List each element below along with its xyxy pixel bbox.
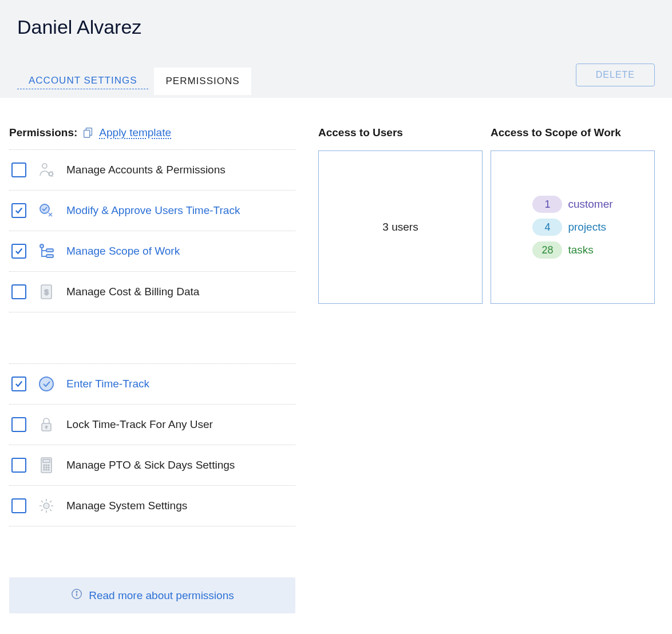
svg-point-20 [46,467,47,468]
permission-checkbox[interactable] [11,417,26,432]
permission-checkbox[interactable] [11,244,26,259]
template-icon [82,126,94,139]
permission-checkbox[interactable] [11,498,26,513]
permission-group-2: Enter Time-TrackLock Time-Track For Any … [9,363,295,526]
permission-label: Manage Accounts & Permissions [66,164,226,176]
permission-label: Modify & Approve Users Time-Track [66,204,240,217]
scope-customer-label: customer [568,198,612,211]
scope-projects-row: 4 projects [532,219,612,236]
access-scope-box[interactable]: 1 customer 4 projects 28 tasks [491,150,655,304]
permission-label: Manage PTO & Sick Days Settings [66,459,235,471]
permission-checkbox[interactable] [11,377,26,391]
page-title: Daniel Alvarez [17,16,655,38]
svg-point-19 [44,467,45,468]
scope-projects-label: projects [568,221,606,233]
svg-point-25 [44,503,49,509]
svg-point-17 [46,465,47,466]
permission-row: Manage Accounts & Permissions [9,149,295,191]
permission-row: Modify & Approve Users Time-Track [9,190,295,231]
svg-rect-7 [46,255,53,257]
scope-tasks-label: tasks [568,244,593,256]
permission-label: Manage System Settings [66,500,187,512]
access-users-value: 3 users [382,221,418,233]
permission-group-1: Manage Accounts & PermissionsModify & Ap… [9,149,295,312]
delete-button[interactable]: DELETE [576,64,655,86]
scope-projects-count: 4 [532,219,562,236]
scope-tasks-count: 28 [532,241,562,259]
scope-customer-count: 1 [532,196,562,213]
content: Permissions: Apply template Manage Accou… [0,98,672,631]
permission-row: Manage PTO & Sick Days Settings [9,445,295,486]
permission-row: $Manage Cost & Billing Data [9,271,295,312]
dollar-doc-icon: $ [37,282,56,302]
clock-check-icon [37,374,56,394]
access-users-heading: Access to Users [318,126,483,139]
tab-permissions[interactable]: PERMISSIONS [154,68,251,95]
header-row: ACCOUNT SETTINGS PERMISSIONS DELETE [17,64,655,98]
scope-summary: 1 customer 4 projects 28 tasks [532,196,612,259]
hierarchy-icon [37,241,56,261]
access-users-column: Access to Users 3 users [318,126,483,613]
access-users-box[interactable]: 3 users [318,150,483,304]
svg-rect-1 [84,130,90,137]
permissions-panel: Permissions: Apply template Manage Accou… [9,126,295,613]
svg-rect-6 [46,249,53,252]
access-panels: Access to Users 3 users Access to Scope … [318,126,655,613]
svg-point-28 [76,591,77,592]
permission-row: Lock Time-Track For Any User [9,404,295,445]
svg-point-10 [39,377,53,391]
approve-icon [37,201,56,220]
svg-point-22 [44,469,45,470]
permission-label: Enter Time-Track [66,378,149,390]
svg-point-24 [48,469,49,470]
permission-checkbox[interactable] [11,163,26,177]
svg-point-18 [48,465,49,466]
permission-checkbox[interactable] [11,458,26,473]
svg-point-4 [40,204,49,213]
permission-label: Manage Cost & Billing Data [66,286,199,298]
tab-account-settings[interactable]: ACCOUNT SETTINGS [17,67,148,89]
svg-point-16 [44,465,45,466]
permission-label: Manage Scope of Work [66,245,180,257]
read-more-link[interactable]: Read more about permissions [9,577,295,613]
access-scope-column: Access to Scope of Work 1 customer 4 pro… [491,126,655,613]
permissions-label: Permissions: [9,126,77,139]
svg-point-5 [40,244,44,248]
user-gear-icon [37,160,56,180]
access-scope-heading: Access to Scope of Work [491,126,655,139]
permission-row: Manage System Settings [9,485,295,526]
svg-point-23 [46,469,47,470]
permission-checkbox[interactable] [11,284,26,299]
header: Daniel Alvarez ACCOUNT SETTINGS PERMISSI… [0,0,672,98]
svg-text:$: $ [44,288,49,296]
calculator-icon [37,455,56,475]
gear-icon [37,496,56,516]
svg-point-21 [48,467,49,468]
scope-customer-row: 1 customer [532,196,612,213]
info-icon [70,588,83,603]
lock-icon [37,415,56,434]
svg-point-2 [42,164,47,168]
tabs: ACCOUNT SETTINGS PERMISSIONS [17,67,251,95]
read-more-label: Read more about permissions [89,589,234,602]
permission-label: Lock Time-Track For Any User [66,418,213,431]
permissions-title-row: Permissions: Apply template [9,126,295,139]
permission-row: Enter Time-Track [9,363,295,405]
apply-template-link[interactable]: Apply template [99,126,171,139]
permission-checkbox[interactable] [11,203,26,218]
scope-tasks-row: 28 tasks [532,241,612,259]
permission-row: Manage Scope of Work [9,231,295,272]
